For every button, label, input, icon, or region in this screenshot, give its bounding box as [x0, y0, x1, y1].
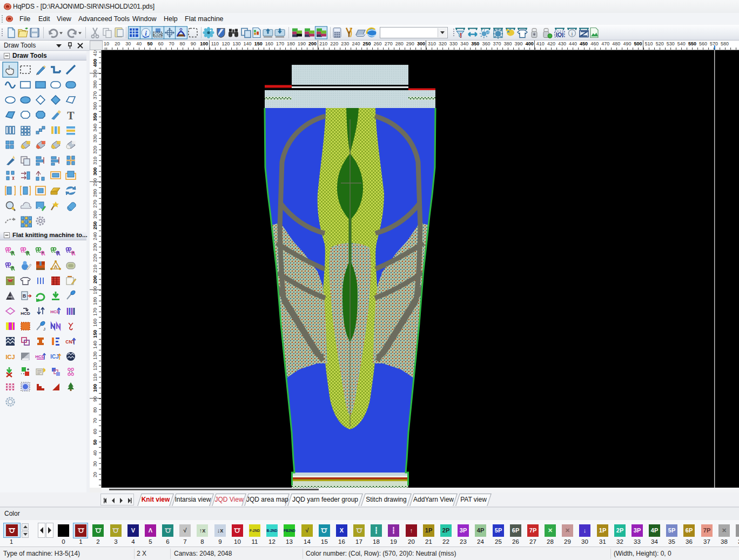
svg-text:ICJ: ICJ — [5, 354, 15, 360]
svg-text:ICJ: ICJ — [50, 354, 59, 360]
svg-text:IOI: IOI — [556, 31, 564, 38]
svg-text:A: A — [54, 264, 58, 269]
svg-text:i: i — [572, 31, 573, 37]
svg-text:!: ! — [460, 32, 462, 39]
svg-text:HCD: HCD — [50, 309, 60, 314]
svg-text:J: J — [43, 327, 45, 332]
svg-text:B: B — [23, 293, 26, 299]
svg-text:HCD: HCD — [21, 311, 30, 316]
